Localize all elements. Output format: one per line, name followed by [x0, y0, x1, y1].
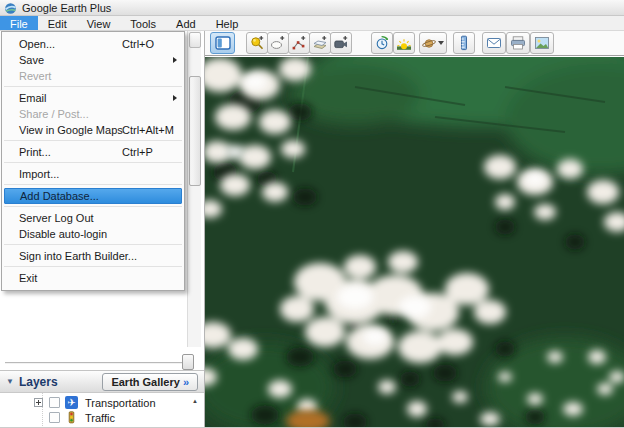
menubar-edit[interactable]: Edit: [38, 16, 77, 30]
sidebar-panel-icon: [215, 35, 231, 51]
saturn-planet-icon: [422, 36, 437, 51]
menubar-add[interactable]: Add: [166, 16, 206, 30]
historical-imagery-button[interactable]: [371, 32, 393, 54]
menu-bar: File Edit View Tools Add Help: [0, 16, 624, 31]
pushpin-icon: [249, 35, 265, 51]
layer-label: Transportation: [85, 397, 156, 409]
layers-collapse-icon[interactable]: ▼: [6, 377, 14, 386]
layers-tree: ✈ Transportation Traffic: [0, 393, 204, 428]
expand-icon[interactable]: [34, 398, 43, 407]
clock-history-icon: [374, 35, 390, 51]
satellite-imagery: [205, 57, 624, 428]
switch-planets-button[interactable]: [419, 32, 447, 54]
menu-item-add-database[interactable]: Add Database...: [4, 188, 182, 204]
scrollbar-up-button[interactable]: [189, 32, 201, 48]
google-earth-window: Google Earth Plus File Edit View Tools A…: [0, 0, 624, 428]
layer-row-transportation[interactable]: ✈ Transportation: [0, 395, 204, 410]
traffic-checkbox[interactable]: [49, 412, 60, 423]
menubar-view[interactable]: View: [77, 16, 121, 30]
transportation-checkbox[interactable]: [49, 397, 60, 408]
toggle-sidebar-button[interactable]: [210, 32, 235, 54]
menu-item-share-post: Share / Post...: [2, 106, 184, 122]
print-button[interactable]: [506, 32, 530, 54]
ruler-button[interactable]: [453, 32, 475, 54]
menu-item-disable-auto-login[interactable]: Disable auto-login: [2, 226, 184, 242]
menu-item-view-in-google-maps[interactable]: View in Google Maps Ctrl+Alt+M: [2, 122, 184, 138]
record-tour-button[interactable]: [330, 32, 352, 54]
file-menu-dropdown: Open... Ctrl+O Save Revert Email Share /…: [1, 31, 185, 291]
add-placemark-button[interactable]: [246, 32, 268, 54]
path-icon: [291, 35, 307, 51]
layers-panel: ▼ Layers Earth Gallery » ✈ Transportatio…: [0, 370, 204, 428]
image-icon: [534, 35, 550, 51]
menu-item-revert: Revert: [2, 68, 184, 84]
envelope-icon: [486, 35, 502, 51]
earth-gallery-chevron-icon: »: [183, 376, 189, 388]
submenu-arrow-icon: [173, 57, 177, 63]
menu-item-print[interactable]: Print... Ctrl+P: [2, 144, 184, 160]
menu-separator: [4, 140, 182, 141]
menu-item-sign-into-earth-builder[interactable]: Sign into Earth Builder...: [2, 248, 184, 264]
sunlight-button[interactable]: [393, 32, 415, 54]
title-bar[interactable]: Google Earth Plus: [0, 0, 624, 16]
map-toolbar: [205, 31, 624, 56]
menubar-help[interactable]: Help: [206, 16, 249, 30]
earth-gallery-button[interactable]: Earth Gallery »: [102, 373, 198, 391]
email-button[interactable]: [482, 32, 506, 54]
menu-separator: [4, 244, 182, 245]
ruler-icon: [456, 35, 472, 51]
sidebar-vertical-scrollbar[interactable]: [187, 31, 201, 347]
add-path-button[interactable]: [288, 32, 310, 54]
add-polygon-button[interactable]: [267, 32, 289, 54]
menu-item-exit[interactable]: Exit: [2, 270, 184, 286]
map-satellite-view[interactable]: [205, 57, 624, 428]
menu-item-server-log-out[interactable]: Server Log Out: [2, 210, 184, 226]
menubar-tools[interactable]: Tools: [120, 16, 166, 30]
add-image-overlay-button[interactable]: [309, 32, 331, 54]
google-earth-logo-icon: [4, 1, 17, 14]
slider-groove: [5, 362, 192, 364]
menubar-file[interactable]: File: [0, 16, 38, 30]
window-title: Google Earth Plus: [22, 2, 111, 14]
traffic-light-icon: [65, 411, 78, 424]
dropdown-arrow-icon: [438, 41, 444, 45]
menu-item-open[interactable]: Open... Ctrl+O: [2, 36, 184, 52]
menu-item-save[interactable]: Save: [2, 52, 184, 68]
menu-separator: [4, 206, 182, 207]
layer-row-traffic[interactable]: Traffic: [0, 410, 204, 425]
video-camera-icon: [333, 35, 349, 51]
layers-panel-title: Layers: [19, 375, 58, 389]
menu-item-email[interactable]: Email: [2, 90, 184, 106]
slider-handle[interactable]: [182, 354, 194, 370]
submenu-arrow-icon: [173, 95, 177, 101]
polygon-icon: [270, 35, 286, 51]
earth-gallery-label: Earth Gallery: [111, 376, 179, 388]
sun-icon: [396, 35, 412, 51]
save-image-button[interactable]: [530, 32, 554, 54]
transportation-icon: ✈: [65, 396, 78, 409]
layer-label: Traffic: [85, 412, 115, 424]
menu-separator: [4, 184, 182, 185]
scrollbar-thumb[interactable]: [189, 76, 201, 186]
menu-separator: [4, 162, 182, 163]
menu-item-import[interactable]: Import...: [2, 166, 184, 182]
image-overlay-icon: [312, 35, 328, 51]
tree-scroll-up-icon[interactable]: ▲: [192, 398, 198, 404]
menu-separator: [4, 266, 182, 267]
menu-separator: [4, 86, 182, 87]
layers-header: ▼ Layers Earth Gallery »: [0, 370, 204, 393]
printer-icon: [510, 35, 526, 51]
